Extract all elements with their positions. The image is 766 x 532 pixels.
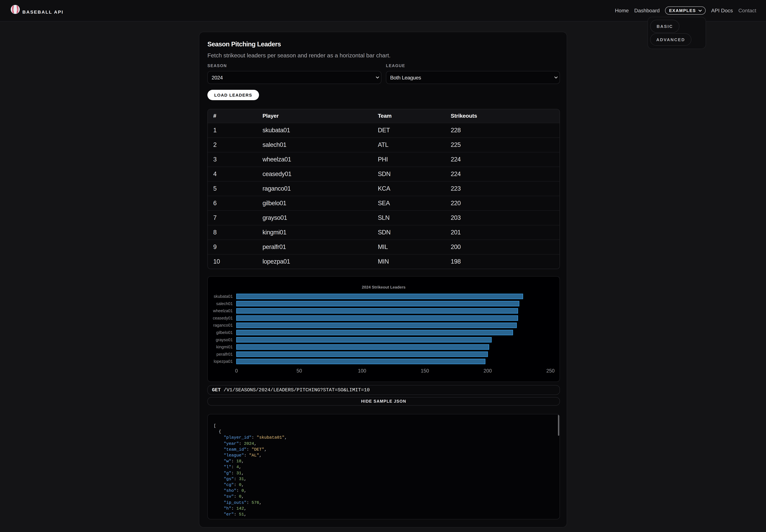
svg-text:100: 100 xyxy=(358,368,366,373)
svg-text:250: 250 xyxy=(546,368,554,373)
svg-text:salech01: salech01 xyxy=(216,301,233,306)
svg-text:2024 Strikeout Leaders: 2024 Strikeout Leaders xyxy=(362,285,405,289)
svg-text:peralfr01: peralfr01 xyxy=(217,352,233,356)
svg-text:150: 150 xyxy=(421,368,429,373)
svg-text:50: 50 xyxy=(297,368,302,373)
svg-text:grayso01: grayso01 xyxy=(216,337,233,342)
svg-text:wheelza01: wheelza01 xyxy=(213,308,233,313)
svg-text:0: 0 xyxy=(235,368,238,373)
svg-text:gilbelo01: gilbelo01 xyxy=(216,330,233,335)
svg-text:ceasedy01: ceasedy01 xyxy=(213,316,233,320)
svg-text:skubata01: skubata01 xyxy=(214,294,233,299)
svg-text:kingmi01: kingmi01 xyxy=(216,345,233,349)
svg-text:lopezpa01: lopezpa01 xyxy=(214,359,233,364)
svg-text:raganco01: raganco01 xyxy=(213,323,233,327)
svg-text:200: 200 xyxy=(483,368,492,373)
